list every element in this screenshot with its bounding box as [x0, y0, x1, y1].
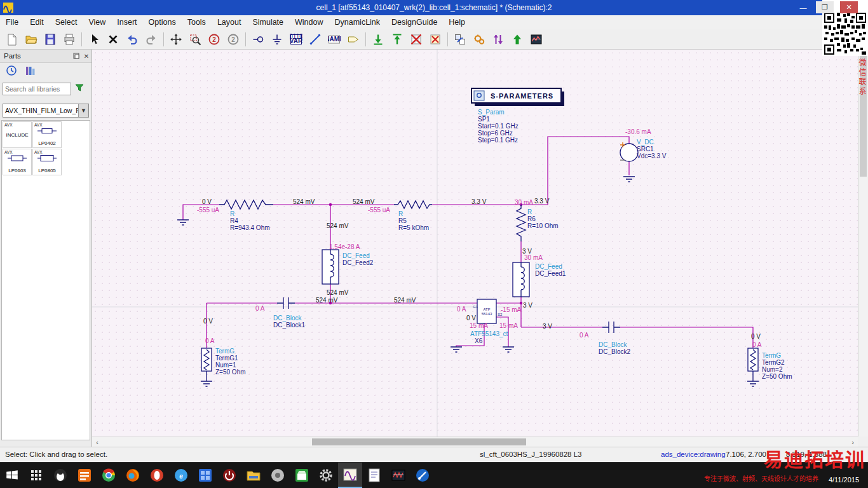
start-button[interactable] [0, 463, 24, 488]
part-item-lp0805[interactable]: AVX LP0805 [32, 149, 62, 175]
undo-button[interactable] [123, 30, 142, 48]
menu-simulate[interactable]: Simulate [247, 15, 289, 29]
delete-button[interactable] [104, 30, 123, 48]
schematic-canvas[interactable]: S-PARAMETERS S_Param SP1 Start=0.1 GHz S… [92, 50, 858, 437]
menu-select[interactable]: Select [50, 15, 83, 29]
select-pointer-button[interactable] [85, 30, 104, 48]
component-dcfeed2[interactable]: DC_Feed DC_Feed2 [322, 250, 374, 284]
data-display-button[interactable] [527, 30, 546, 48]
taskbar-ads-active-icon[interactable] [338, 463, 362, 488]
menu-window[interactable]: Window [289, 15, 329, 29]
component-termg2[interactable]: TermG TermG2 Num=2 Z=50 Ohm [747, 348, 792, 386]
close-panel-button[interactable]: ✕ [81, 51, 92, 60]
taskbar-notepad-icon[interactable] [362, 463, 386, 488]
taskbar-store-icon[interactable] [290, 463, 314, 488]
zoom-out-2x-button[interactable]: 2 [205, 30, 224, 48]
sparameters-controller[interactable]: S-PARAMETERS S_Param SP1 Start=0.1 GHz S… [471, 88, 564, 144]
simulation-settings-button[interactable] [470, 30, 489, 48]
deactivate-component-button[interactable] [407, 30, 426, 48]
svg-text:R: R [230, 210, 234, 217]
horizontal-scrollbar[interactable]: ‹ › [92, 437, 858, 447]
menu-layout[interactable]: Layout [212, 15, 247, 29]
activate-component-button[interactable] [426, 30, 445, 48]
part-item-lp0402[interactable]: AVX LP0402 [32, 121, 62, 148]
taskbar-scope-display-icon[interactable] [386, 463, 410, 488]
component-vdc-src1[interactable]: V_DC SRC1 Vdc=3.3 V [620, 139, 667, 182]
part-item-include[interactable]: AVX INCLUDE [3, 121, 32, 148]
chip-component-icon [8, 154, 27, 162]
push-up-hierarchy-button[interactable] [508, 30, 527, 48]
part-item-lp0603[interactable]: AVX LP0603 [3, 149, 32, 175]
component-r5[interactable]: R R5 R=5 kOhm [394, 201, 432, 231]
svg-text:3 V: 3 V [523, 302, 532, 309]
menu-dynamiclink[interactable]: DynamicLink [329, 15, 386, 29]
taskbar-chrome-icon[interactable] [97, 463, 121, 488]
insert-ground-button[interactable] [268, 30, 287, 48]
taskbar-document-app-icon[interactable] [72, 463, 97, 488]
zoom-in-2x-button[interactable]: 2 [224, 30, 243, 48]
svg-text:VAR: VAR [290, 37, 302, 44]
wire-label-button[interactable] [344, 30, 363, 48]
zoom-area-button[interactable] [186, 30, 205, 48]
taskbar-design-tool-icon[interactable] [410, 463, 435, 488]
chevron-down-icon[interactable]: ▼ [78, 104, 88, 117]
menu-tools[interactable]: Tools [182, 15, 212, 29]
app-launcher-icon[interactable] [24, 463, 48, 488]
insert-probe-button[interactable] [489, 30, 508, 48]
component-r6[interactable]: R R6 R=10 Ohm [517, 205, 559, 241]
library-select[interactable]: AVX_THIN_FILM_Low_Pa ▼ [3, 104, 89, 118]
search-input[interactable] [3, 83, 71, 95]
pan-view-button[interactable] [166, 30, 186, 48]
maximize-button[interactable]: ❐ [816, 1, 834, 13]
generate-layout-button[interactable] [451, 30, 470, 48]
scroll-left-arrow[interactable]: ‹ [92, 437, 102, 447]
svg-text:G1: G1 [473, 305, 478, 309]
simulate-button[interactable] [369, 30, 388, 48]
insert-port-button[interactable] [248, 30, 268, 48]
update-results-button[interactable] [388, 30, 407, 48]
horizontal-scrollbar-track[interactable] [102, 437, 848, 447]
insert-wire-button[interactable] [306, 30, 325, 48]
taskbar-opera-icon[interactable] [145, 463, 169, 488]
svg-text:30 mA: 30 mA [524, 254, 543, 261]
component-dcfeed1[interactable]: DC_Feed DC_Feed1 [513, 262, 566, 297]
taskbar-messenger-icon[interactable] [48, 463, 72, 488]
new-design-button[interactable] [3, 30, 22, 48]
menu-view[interactable]: View [83, 15, 111, 29]
vertical-scrollbar[interactable] [858, 50, 868, 437]
menu-insert[interactable]: Insert [111, 15, 142, 29]
float-panel-button[interactable] [71, 51, 81, 60]
taskbar-firefox-icon[interactable] [121, 463, 145, 488]
svg-text:DC_Feed2: DC_Feed2 [342, 259, 374, 266]
insert-var-button[interactable]: 0110VAR [287, 30, 306, 48]
component-termg1[interactable]: TermG TermG1 Num=1 Z=50 Ohm [201, 348, 246, 386]
taskbar-settings-gear-icon[interactable] [314, 463, 338, 488]
taskbar-media-player-icon[interactable] [266, 463, 290, 488]
print-button[interactable] [60, 30, 79, 48]
component-dcblock1[interactable]: DC_Block DC_Block1 [273, 297, 305, 329]
horizontal-scrollbar-thumb[interactable] [312, 438, 526, 445]
svg-text:ATF: ATF [484, 308, 491, 311]
taskbar-file-manager-icon[interactable] [241, 463, 266, 488]
component-dcblock2[interactable]: DC_Block DC_Block2 [599, 322, 630, 355]
menu-file[interactable]: File [0, 15, 24, 29]
taskbar-ie-icon[interactable]: e [169, 463, 193, 488]
svg-text:524 mV: 524 mV [293, 198, 315, 205]
library-browser-button[interactable] [24, 64, 37, 79]
menu-designguide[interactable]: DesignGuide [386, 15, 443, 29]
menu-help[interactable]: Help [443, 15, 471, 29]
save-design-button[interactable] [41, 30, 60, 48]
close-button[interactable]: ✕ [840, 1, 858, 13]
open-design-button[interactable] [22, 30, 41, 48]
redo-button[interactable] [142, 30, 161, 48]
minimize-button[interactable]: — [794, 1, 812, 13]
svg-text:TermG2: TermG2 [762, 359, 785, 366]
menu-options[interactable]: Options [143, 15, 182, 29]
taskbar-control-panel-icon[interactable] [193, 463, 217, 488]
menu-edit[interactable]: Edit [24, 15, 50, 29]
filter-icon[interactable] [74, 82, 85, 96]
wire-name-button[interactable]: NAME [325, 30, 344, 48]
svg-text:R5: R5 [398, 217, 407, 224]
taskbar-power-app-icon[interactable] [217, 463, 241, 488]
part-history-button[interactable] [5, 64, 18, 79]
